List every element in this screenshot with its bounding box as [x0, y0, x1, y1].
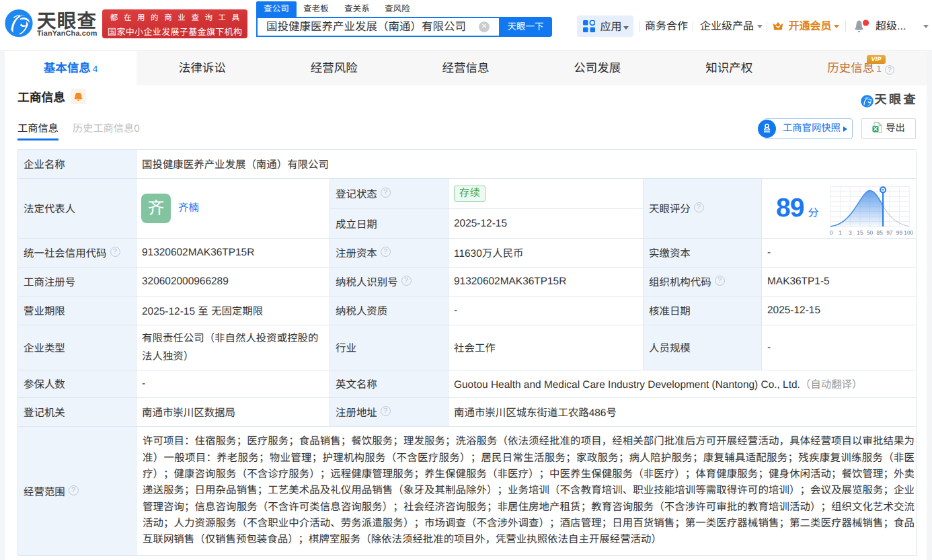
svg-text:85: 85 [877, 229, 884, 236]
svg-text:15: 15 [857, 229, 864, 236]
svg-text:1: 1 [839, 229, 843, 236]
svg-text:99: 99 [896, 229, 903, 236]
svg-text:0: 0 [830, 229, 833, 236]
svg-text:50: 50 [867, 229, 873, 236]
svg-text:100: 100 [904, 229, 913, 236]
svg-text:3: 3 [849, 229, 852, 236]
svg-text:97: 97 [887, 229, 894, 236]
